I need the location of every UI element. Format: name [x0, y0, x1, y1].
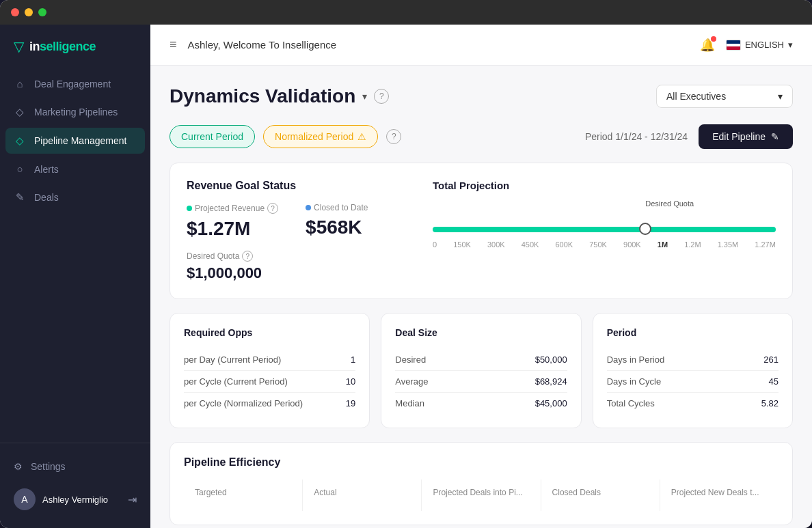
chart-labels: 0 150K 300K 450K 600K 750K 900K 1M 1.2M: [433, 240, 776, 249]
stat-value: $68,924: [535, 376, 567, 387]
home-icon: ⌂: [14, 78, 26, 89]
sidebar-item-label: Marketing Pipelines: [34, 107, 118, 117]
page-content: Dynamics Validation ▾ ? All Executives ▾…: [150, 66, 812, 528]
marketing-icon: ◇: [14, 106, 26, 118]
period-card: Period Days in Period 261 Days in Cycle …: [593, 313, 793, 428]
language-label: ENGLISH: [745, 40, 784, 50]
pipeline-col-projected-deals: Projected Deals into Pi...: [422, 480, 541, 511]
topbar-right: 🔔 ENGLISH ▾: [700, 38, 793, 53]
period-range: Period 1/1/24 - 12/31/24: [585, 131, 688, 142]
pipeline-columns: Targeted Actual Projected Deals into Pi.…: [184, 480, 779, 511]
deal-size-card: Deal Size Desired $50,000 Average $68,92…: [381, 313, 581, 428]
sidebar-item-pipeline-management[interactable]: ◇ Pipeline Management: [5, 128, 145, 154]
settings-icon: ⚙: [14, 461, 23, 472]
stat-value: 10: [346, 376, 355, 387]
notification-icon[interactable]: 🔔: [700, 38, 715, 53]
titlebar: [0, 0, 812, 25]
sidebar: ▽ inselligence ⌂ Deal Engagement ◇ Marke…: [0, 25, 150, 528]
settings-item[interactable]: ⚙ Settings: [5, 454, 145, 479]
page-header: Dynamics Validation ▾ ? All Executives ▾: [170, 85, 793, 108]
stat-row: per Cycle (Normalized Period) 19: [184, 393, 355, 414]
stats-row: Required Opps per Day (Current Period) 1…: [170, 313, 793, 428]
chart-bar-track: [433, 227, 776, 232]
topbar-left: ≡ Ashley, Welcome To Inselligence: [170, 38, 336, 52]
warning-icon: ⚠: [357, 131, 366, 142]
sidebar-item-marketing-pipelines[interactable]: ◇ Marketing Pipelines: [5, 99, 145, 125]
user-name: Ashley Vermiglio: [42, 495, 121, 505]
sidebar-item-label: Deal Engagement: [34, 79, 111, 89]
title-dropdown-arrow[interactable]: ▾: [362, 91, 367, 102]
period-info-icon[interactable]: ?: [386, 129, 401, 144]
close-button[interactable]: [11, 8, 19, 16]
sidebar-item-label: Alerts: [34, 164, 59, 175]
revenue-metrics-row: Projected Revenue ? $1.27M Closed to Dat…: [187, 203, 405, 240]
alerts-icon: ○: [14, 163, 26, 175]
language-dropdown-arrow: ▾: [788, 40, 793, 50]
hamburger-icon[interactable]: ≡: [170, 38, 177, 52]
pipeline-icon: ◇: [14, 135, 26, 147]
logo: ▽ inselligence: [0, 25, 150, 71]
maximize-button[interactable]: [38, 8, 46, 16]
current-period-tab[interactable]: Current Period: [170, 125, 255, 148]
pipeline-col-header: Targeted: [195, 488, 291, 497]
stat-row: Desired $50,000: [395, 349, 567, 371]
normalized-period-tab[interactable]: Normalized Period ⚠: [263, 125, 378, 148]
pipeline-col-closed-deals: Closed Deals: [541, 480, 660, 511]
stat-label: per Day (Current Period): [184, 355, 281, 365]
language-selector[interactable]: ENGLISH ▾: [726, 40, 793, 51]
pipeline-efficiency-section: Pipeline Efficiency Targeted Actual Proj…: [170, 442, 793, 525]
stat-value: $50,000: [535, 355, 567, 365]
stat-label: Desired: [395, 355, 426, 365]
pipeline-col-targeted: Targeted: [184, 480, 303, 511]
chart-title: Total Projection: [433, 180, 776, 191]
edit-pipeline-button[interactable]: Edit Pipeline ✎: [699, 124, 793, 149]
chart-container: Desired Quota 0 150K 300K 450K: [433, 199, 776, 249]
flag-icon: [726, 40, 741, 51]
logo-text: inselligence: [29, 40, 96, 54]
main-content: ≡ Ashley, Welcome To Inselligence 🔔 ENGL…: [150, 25, 812, 528]
logout-icon[interactable]: ⇥: [128, 493, 137, 506]
pipeline-col-actual: Actual: [303, 480, 422, 511]
projected-revenue-metric: Projected Revenue ? $1.27M: [187, 203, 278, 240]
stat-value: 5.82: [761, 398, 779, 408]
stat-row: Median $45,000: [395, 393, 567, 414]
sidebar-item-deals[interactable]: ✎ Deals: [5, 184, 145, 210]
chart-quota-marker: [639, 223, 651, 235]
stat-row: Average $68,924: [395, 371, 567, 393]
period-bar: Current Period Normalized Period ⚠ ? Per…: [170, 124, 793, 149]
pipeline-efficiency-title: Pipeline Efficiency: [184, 456, 779, 469]
page-info-icon[interactable]: ?: [374, 89, 389, 104]
desired-quota-label: Desired Quota ?: [187, 251, 405, 262]
notification-dot: [711, 36, 716, 42]
nav-items: ⌂ Deal Engagement ◇ Marketing Pipelines …: [0, 71, 150, 443]
required-opps-title: Required Opps: [184, 327, 355, 338]
chart-bar-fill: [433, 227, 776, 232]
page-title: Dynamics Validation: [170, 85, 355, 107]
pipeline-col-header: Actual: [314, 488, 410, 497]
stat-label: Median: [395, 398, 424, 408]
projected-revenue-value: $1.27M: [187, 218, 278, 240]
stat-row: Total Cycles 5.82: [607, 393, 779, 414]
exec-selector[interactable]: All Executives ▾: [656, 85, 793, 108]
exec-selector-label: All Executives: [666, 91, 726, 102]
desired-quota-info[interactable]: ?: [242, 251, 253, 262]
green-dot: [187, 206, 192, 211]
page-header-left: Dynamics Validation ▾ ?: [170, 85, 389, 107]
closed-to-date-label: Closed to Date: [306, 203, 368, 212]
minimize-button[interactable]: [25, 8, 33, 16]
revenue-goal-title: Revenue Goal Status: [187, 180, 405, 192]
sidebar-item-deal-engagement[interactable]: ⌂ Deal Engagement: [5, 71, 145, 96]
stat-label: Total Cycles: [607, 398, 655, 408]
pipeline-col-header: Closed Deals: [552, 488, 649, 497]
blue-dot: [306, 205, 311, 210]
welcome-text: Ashley, Welcome To Inselligence: [188, 39, 337, 51]
required-opps-card: Required Opps per Day (Current Period) 1…: [170, 313, 370, 428]
sidebar-item-alerts[interactable]: ○ Alerts: [5, 156, 145, 182]
stat-value: $45,000: [535, 398, 567, 408]
projected-revenue-info[interactable]: ?: [267, 203, 278, 214]
deal-size-title: Deal Size: [395, 327, 567, 338]
desired-quota-marker-label: Desired Quota: [645, 199, 694, 208]
period-tabs: Current Period Normalized Period ⚠ ?: [170, 125, 401, 148]
stat-label: Days in Cycle: [607, 376, 661, 387]
avatar: A: [14, 488, 36, 510]
